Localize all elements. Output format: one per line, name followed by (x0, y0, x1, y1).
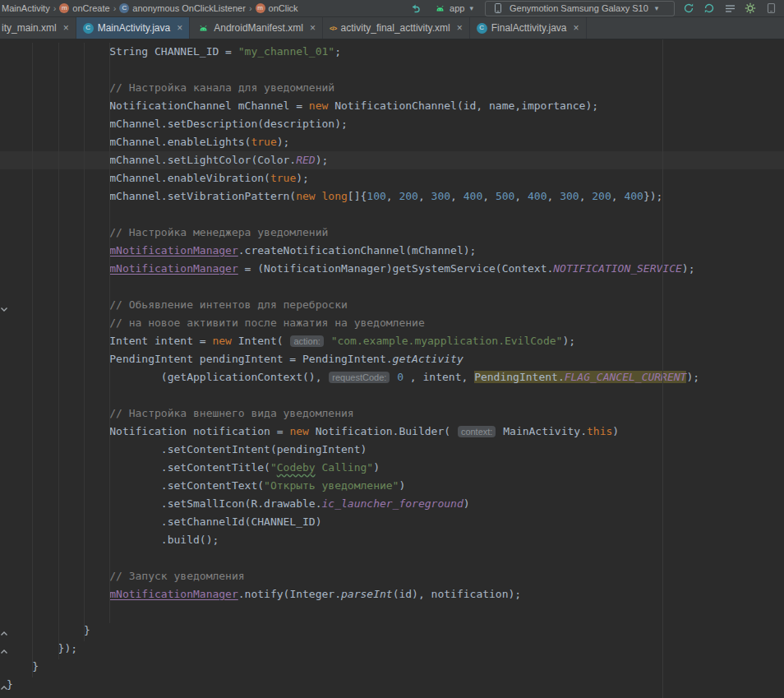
code-line[interactable]: // Обьявление интентов для переброски (0, 296, 784, 314)
code-line[interactable] (0, 278, 784, 296)
build-variants-icon[interactable] (723, 2, 736, 15)
code-token: mChannel.enableLights( (7, 136, 251, 148)
code-token: ) (399, 479, 405, 492)
code-token: // Запуск уведомления (7, 570, 245, 582)
code-token: ); (682, 262, 695, 275)
java-class-icon: C (83, 23, 94, 34)
code-token: new (309, 99, 328, 112)
code-line[interactable]: mNotificationManager.createNotificationC… (0, 242, 784, 260)
code-token: ); (296, 172, 309, 184)
fold-marker-collapse[interactable] (0, 643, 8, 651)
code-line[interactable] (0, 206, 784, 224)
code-token: requestCode: (329, 372, 390, 383)
code-token: , intent, (404, 371, 474, 383)
code-token (7, 280, 13, 293)
code-line[interactable]: PendingIntent pendingIntent = PendingInt… (0, 350, 784, 368)
fold-marker-collapse[interactable] (0, 679, 8, 687)
tab-activity-final-acttivity-xml[interactable]: </> activity_final_acttivity.xml × (323, 17, 470, 39)
device-manager-icon[interactable] (764, 2, 777, 15)
code-token (325, 335, 331, 347)
code-token: }); (7, 642, 77, 654)
code-token: } (7, 660, 39, 673)
code-token: " (270, 461, 277, 474)
sdk-manager-icon[interactable] (744, 2, 757, 15)
chevron-down-icon: ▾ (655, 4, 659, 12)
attach-debugger-icon[interactable] (703, 2, 716, 15)
gradle-sync-icon[interactable] (682, 2, 695, 15)
code-token: ); (316, 154, 329, 166)
breadcrumb-item-anonymous-class[interactable]: C anonymous OnClickListener (119, 3, 246, 13)
tab-finalacttivity-java[interactable]: C FinalActtivity.java × (470, 17, 587, 39)
code-line[interactable]: mNotificationManager.notify(Integer.pars… (0, 585, 784, 603)
code-token: .setChannelId(CHANNEL_ID) (7, 515, 322, 528)
right-margin-guide (662, 39, 663, 698)
close-icon[interactable]: × (63, 22, 69, 34)
fold-marker-expand[interactable] (0, 301, 8, 309)
back-arrow-icon[interactable] (408, 2, 422, 15)
code-line[interactable]: // Запуск уведомления (0, 567, 784, 585)
code-token: Notification notification = (7, 425, 289, 437)
breadcrumb-item-oncreate[interactable]: m onCreate (59, 3, 109, 13)
code-line[interactable]: mChannel.setLightColor(Color.RED); (0, 151, 784, 169)
code-token: 400 (463, 190, 482, 202)
tab-activity-main-xml[interactable]: ity_main.xml × (0, 17, 76, 39)
toolbar-actions: app ▾ Genymotion Samsung Galaxy S10 ▾ (408, 1, 781, 16)
code-line[interactable] (0, 386, 784, 404)
code-line[interactable]: } (0, 622, 784, 640)
code-line[interactable]: .setContentIntent(pendingIntent) (0, 441, 784, 459)
code-line[interactable]: // Настройка канала для уведомлений (0, 79, 784, 97)
method-icon: m (59, 3, 69, 13)
close-icon[interactable]: × (177, 22, 182, 34)
code-line[interactable]: .setContentText("Открыть уведомление") (0, 477, 784, 495)
breadcrumb-item-onclick[interactable]: m onClick (256, 3, 298, 13)
code-line[interactable]: .setChannelId(CHANNEL_ID) (0, 513, 784, 531)
code-token: 200 (399, 190, 417, 202)
java-class-icon: C (477, 23, 487, 34)
code-line[interactable]: .build(); (0, 531, 784, 549)
code-line[interactable]: (getApplicationContext(), requestCode: 0… (0, 368, 784, 386)
code-line[interactable] (0, 603, 784, 622)
code-line[interactable]: Notification notification = new Notifica… (0, 423, 784, 441)
code-token: Notification.Builder( (309, 425, 457, 437)
code-line[interactable]: // Настройка менеджера уведомлений (0, 224, 784, 242)
code-token: "com.example.myapplication.EvilCode" (331, 335, 563, 347)
code-token: new (296, 190, 315, 202)
breadcrumb-item-class[interactable]: MainActivity (2, 3, 50, 13)
code-line[interactable]: mChannel.setDescription(description); (0, 115, 784, 133)
code-token: String CHANNEL_ID = (7, 45, 238, 58)
code-token: , (579, 190, 593, 202)
code-line[interactable]: .setSmallIcon(R.drawable.ic_launcher_for… (0, 495, 784, 513)
tab-label: activity_final_acttivity.xml (341, 22, 450, 34)
code-token: mNotificationManager (109, 262, 238, 275)
close-icon[interactable]: × (574, 22, 579, 34)
code-token: 300 (431, 190, 450, 202)
code-line[interactable]: }); (0, 640, 784, 658)
code-line[interactable] (0, 549, 784, 567)
code-line[interactable]: mNotificationManager = (NotificationMana… (0, 260, 784, 278)
code-line[interactable]: NotificationChannel mChannel = new Notif… (0, 97, 784, 115)
tab-androidmanifest-xml[interactable]: AndroidManifest.xml × (190, 17, 323, 39)
editor[interactable]: String CHANNEL_ID = "my_channel_01"; // … (0, 39, 784, 698)
close-icon[interactable]: × (310, 22, 316, 34)
code-line[interactable]: .setContentTitle("Codeby Calling") (0, 459, 784, 477)
code-line[interactable]: mChannel.setVibrationPattern(new long[]{… (0, 187, 784, 206)
code-line[interactable]: String CHANNEL_ID = "my_channel_01"; (0, 43, 784, 61)
code-token: this (587, 425, 612, 437)
run-config-selector[interactable]: app ▾ (429, 1, 477, 16)
code-line[interactable]: mChannel.enableVibration(true); (0, 169, 784, 187)
code-area[interactable]: String CHANNEL_ID = "my_channel_01"; // … (0, 39, 784, 694)
code-token: PendingIntent pendingIntent = PendingInt… (7, 353, 393, 365)
close-icon[interactable]: × (457, 22, 463, 34)
code-line[interactable]: mChannel.enableLights(true); (0, 133, 784, 151)
code-token: action: (290, 335, 323, 347)
code-token: , (386, 190, 399, 202)
code-line[interactable] (0, 61, 784, 79)
device-selector[interactable]: Genymotion Samsung Galaxy S10 ▾ (485, 1, 675, 16)
code-line[interactable]: } (0, 676, 784, 694)
code-line[interactable]: } (0, 658, 784, 676)
code-line[interactable]: // на новое активити после нажатия на ув… (0, 314, 784, 332)
fold-marker-collapse[interactable] (0, 625, 8, 633)
code-line[interactable]: // Настройка внешнего вида уведомления (0, 404, 784, 423)
code-line[interactable]: Intent intent = new Intent( action: "com… (0, 332, 784, 350)
tab-mainactivity-java[interactable]: C MainActivity.java × (76, 17, 191, 39)
